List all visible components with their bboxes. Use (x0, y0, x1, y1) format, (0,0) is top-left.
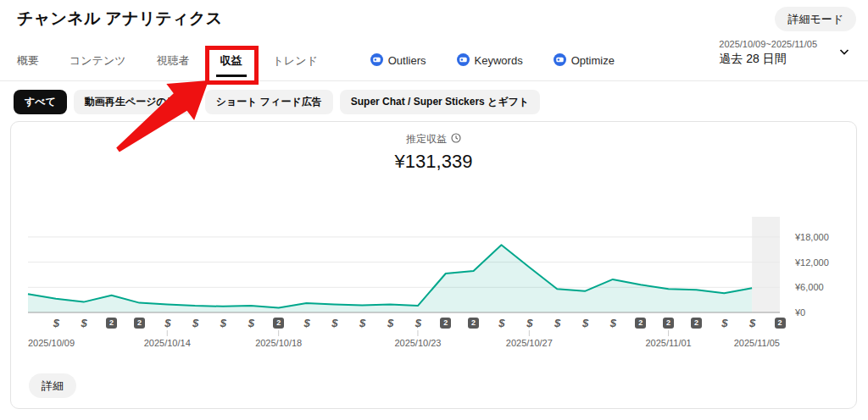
page-title: チャンネル アナリティクス (17, 8, 223, 30)
advanced-mode-button[interactable]: 詳細モード (775, 7, 856, 31)
monetization-dollar-icon[interactable]: $ (217, 317, 229, 329)
tab-label: Keywords (475, 54, 523, 67)
monetization-dollar-icon[interactable]: $ (580, 317, 592, 329)
date-range-selector[interactable]: 2025/10/09~2025/11/05 過去 28 日間 (715, 37, 854, 69)
date-range-period: 過去 28 日間 (719, 52, 817, 67)
y-axis-label: ¥12,000 (795, 257, 829, 268)
tab-label: 視聴者 (157, 53, 190, 69)
revenue-chart-card: 推定収益 ¥131,339 ¥18,000¥12,000¥6,000¥02025… (10, 121, 857, 409)
monetization-dollar-icon[interactable]: $ (607, 317, 619, 329)
limited-ads-badge-icon[interactable]: 2 (691, 318, 702, 329)
extension-badge-icon (370, 53, 383, 69)
revenue-chart[interactable]: ¥18,000¥12,000¥6,000¥02025/10/092025/10/… (11, 122, 856, 408)
tab-keywords[interactable]: Keywords (457, 41, 523, 80)
limited-ads-badge-icon[interactable]: 2 (635, 318, 646, 329)
chip-all[interactable]: すべて (14, 90, 67, 114)
monetization-dollar-icon[interactable]: $ (719, 317, 731, 329)
extension-badge-icon (554, 53, 566, 69)
tab-label: Outliers (388, 54, 426, 67)
monetization-dollar-icon[interactable]: $ (245, 317, 257, 329)
x-axis-label: 2025/11/05 (734, 338, 780, 348)
monetization-dollar-icon[interactable]: $ (552, 317, 564, 329)
monetization-dollar-icon[interactable]: $ (162, 317, 174, 329)
tab-overview[interactable]: 概要 (17, 41, 39, 80)
limited-ads-badge-icon[interactable]: 2 (468, 318, 479, 329)
tab-label: Optimize (571, 54, 615, 67)
extension-badge-icon (457, 53, 470, 69)
limited-ads-badge-icon[interactable]: 2 (106, 318, 117, 329)
monetization-dollar-icon[interactable]: $ (190, 317, 202, 329)
monetization-dollar-icon[interactable]: $ (385, 317, 397, 329)
limited-ads-badge-icon[interactable]: 2 (134, 318, 145, 329)
tab-label: 収益 (220, 53, 242, 69)
limited-ads-badge-icon[interactable]: 2 (663, 318, 674, 329)
monetization-dollar-icon[interactable]: $ (357, 317, 369, 329)
x-axis-label: 2025/10/14 (144, 338, 191, 348)
monetization-dollar-icon[interactable]: $ (50, 317, 62, 329)
revenue-line-chart (11, 122, 856, 408)
chip-superchat-gifts[interactable]: Super Chat / Super Stickers とギフト (340, 90, 541, 114)
monetization-dollar-icon[interactable]: $ (412, 317, 424, 329)
revenue-filter-chips: すべて 動画再生ページの広告 ショート フィード広告 Super Chat / … (14, 90, 540, 114)
x-axis-label: 2025/10/09 (28, 338, 75, 348)
limited-ads-badge-icon[interactable]: 2 (273, 318, 284, 329)
detail-button[interactable]: 詳細 (29, 373, 76, 398)
x-axis-label: 2025/10/27 (506, 338, 553, 348)
monetization-dollar-icon[interactable]: $ (329, 317, 341, 329)
monetization-dollar-icon[interactable]: $ (747, 317, 759, 329)
x-axis-label: 2025/10/18 (255, 338, 302, 348)
chip-watch-page-ads[interactable]: 動画再生ページの広告 (74, 90, 198, 114)
tab-trends[interactable]: トレンド (273, 41, 318, 80)
chip-shorts-feed-ads[interactable]: ショート フィード広告 (205, 90, 333, 114)
tab-audience[interactable]: 視聴者 (157, 41, 190, 80)
monetization-dollar-icon[interactable]: $ (496, 317, 508, 329)
monetization-dollar-icon[interactable]: $ (301, 317, 313, 329)
limited-ads-badge-icon[interactable]: 2 (440, 318, 451, 329)
date-range-text: 2025/10/09~2025/11/05 過去 28 日間 (719, 39, 817, 67)
tab-label: トレンド (273, 53, 318, 69)
monetization-dollar-icon[interactable]: $ (78, 317, 90, 329)
date-range-dates: 2025/10/09~2025/11/05 (719, 39, 817, 49)
tab-optimize[interactable]: Optimize (554, 41, 615, 80)
y-axis-label: ¥6,000 (795, 282, 824, 292)
monetization-dollar-icon[interactable]: $ (524, 317, 536, 329)
x-axis-label: 2025/10/23 (394, 338, 441, 348)
y-axis-label: ¥0 (795, 307, 805, 318)
limited-ads-badge-icon[interactable]: 2 (775, 318, 786, 329)
y-axis-label: ¥18,000 (795, 232, 829, 242)
tab-content[interactable]: コンテンツ (70, 41, 126, 80)
tab-revenue[interactable]: 収益 (220, 41, 242, 80)
channel-analytics-page: チャンネル アナリティクス 詳細モード 概要 コンテンツ 視聴者 収益 トレンド… (0, 0, 868, 420)
tab-label: コンテンツ (70, 53, 126, 69)
tab-outliers[interactable]: Outliers (370, 41, 426, 80)
active-tab-underline (216, 75, 247, 77)
x-axis-label: 2025/11/01 (645, 338, 691, 348)
tab-label: 概要 (17, 53, 39, 69)
chevron-down-icon (837, 45, 851, 62)
